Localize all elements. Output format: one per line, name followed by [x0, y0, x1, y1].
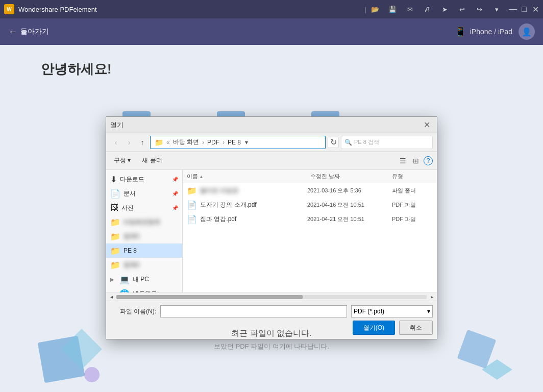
file-date-2: 2021-04-16 오전 10:51: [307, 201, 389, 209]
filename-label: 파일 이름(N):: [110, 307, 156, 316]
dialog-toolbar: 구성 ▾ 새 폴더 ☰ ⊞ ?: [106, 152, 437, 170]
col-name-header[interactable]: 이름 ▲: [187, 173, 310, 180]
file-item-pdf1[interactable]: 📄 도자기 강의 소개.pdf 2021-04-16 오전 10:51 PDF …: [183, 198, 437, 212]
save-icon[interactable]: 💾: [388, 5, 397, 14]
undo-icon[interactable]: ↩: [457, 5, 466, 14]
send-icon[interactable]: ➤: [440, 5, 449, 14]
hscroll-right[interactable]: ▸: [429, 294, 435, 300]
path-item-desktop[interactable]: 바탕 화면: [173, 138, 199, 146]
pin-icon-document: 📌: [172, 191, 178, 197]
sidebar-item-blurred2[interactable]: 📁 항목5: [106, 229, 182, 243]
deco-right: [456, 329, 517, 392]
print-icon[interactable]: 🖨: [423, 5, 432, 14]
sidebar-label-blurred1: 바탕화면항목: [124, 218, 160, 227]
dialog-resize-handle[interactable]: [431, 333, 437, 339]
dropdown-icon[interactable]: ▾: [492, 5, 501, 14]
sidebar-label-blurred2: 항목5: [124, 232, 139, 241]
svg-rect-3: [457, 330, 497, 369]
folder-file-icon: 📁: [187, 186, 197, 195]
dialog-title: 열기: [110, 120, 421, 130]
path-item-pe8[interactable]: PE 8: [228, 139, 241, 146]
window-controls: — □ ✕: [509, 6, 539, 13]
path-folder-icon: 📁: [155, 138, 163, 146]
up-nav-button[interactable]: ↑: [137, 137, 148, 148]
search-box[interactable]: 🔍 PE 8 검색: [341, 136, 433, 149]
filetype-dropdown-icon: ▾: [427, 308, 430, 315]
file-type-3: PDF 파일: [392, 215, 433, 223]
file-name-1: 도자기 강의 소개.pdf: [200, 201, 304, 209]
filetype-select[interactable]: PDF (*.pdf) ▾: [351, 305, 433, 317]
mail-icon[interactable]: ✉: [405, 5, 414, 14]
folder-icon-pe8: 📁: [110, 246, 120, 256]
dialog-titlebar: 열기 ✕: [106, 117, 437, 133]
back-label: 돌아가기: [20, 27, 49, 36]
refresh-button[interactable]: ↻: [328, 137, 339, 148]
dialog-sidebar: ⬇ 다운로드 📌 📄 문서 📌 🖼 사진 📌 📁 바탕화면항목: [106, 170, 183, 292]
sidebar-item-document[interactable]: 📄 문서 📌: [106, 186, 182, 201]
path-item-pdf[interactable]: PDF: [207, 139, 219, 146]
open-button[interactable]: 열기(O): [353, 321, 395, 335]
col-date-label: 수정한 날짜: [310, 173, 340, 180]
sidebar-label-mypc: 내 PC: [133, 275, 149, 284]
sidebar-item-network[interactable]: ▼ 🌐 네트워크: [106, 286, 182, 292]
organize-button[interactable]: 구성 ▾: [110, 155, 134, 167]
topbar: ← 돌아가기 📱 iPhone / iPad 👤: [0, 18, 543, 45]
dialog-body: ⬇ 다운로드 📌 📄 문서 📌 🖼 사진 📌 📁 바탕화면항목: [106, 170, 437, 292]
new-folder-button[interactable]: 새 폴더: [138, 155, 165, 167]
sidebar-item-blurred3[interactable]: 📁 항목6: [106, 258, 182, 272]
device-label: 📱 iPhone / iPad: [455, 26, 512, 37]
hscroll-track[interactable]: [116, 295, 427, 299]
col-date-header[interactable]: 수정한 날짜: [310, 173, 392, 180]
sidebar-item-download[interactable]: ⬇ 다운로드 📌: [106, 172, 182, 186]
expand-icon-network: ▼: [110, 291, 116, 293]
file-date-1: 2021-03-16 오후 5:36: [307, 187, 389, 194]
filetype-label: PDF (*.pdf): [354, 308, 384, 315]
redo-icon[interactable]: ↪: [475, 5, 484, 14]
view-help-button[interactable]: ?: [424, 156, 433, 165]
greeting-text: 안녕하세요!: [0, 45, 543, 78]
back-button[interactable]: ← 돌아가기: [8, 27, 49, 37]
pin-icon-download: 📌: [172, 177, 178, 182]
grid-view-button[interactable]: ⊞: [410, 155, 422, 166]
dialog-filelist: 이름 ▲ 수정한 날짜 유형 📁 블러된 파일명 2021-03-16 오후 5…: [183, 170, 437, 292]
file-item-pdf2[interactable]: 📄 집과 영감.pdf 2021-04-21 오전 10:51 PDF 파일: [183, 212, 437, 226]
document-icon: 📄: [110, 189, 120, 199]
col-name-sort: ▲: [199, 174, 204, 179]
list-view-button[interactable]: ☰: [397, 155, 408, 166]
recent-area: 최근 파일이 없습니다. 보았던 PDF 파일이 여기에 나타납니다.: [214, 328, 329, 351]
path-dropdown-icon[interactable]: ▾: [245, 139, 248, 146]
cancel-button[interactable]: 취소: [399, 321, 433, 335]
sidebar-item-blurred1[interactable]: 📁 바탕화면항목: [106, 215, 182, 229]
open-file-icon[interactable]: 📂: [371, 5, 380, 14]
file-item-folder1[interactable]: 📁 블러된 파일명 2021-03-16 오후 5:36 파일 폴더: [183, 183, 437, 198]
dialog-close-button[interactable]: ✕: [421, 119, 433, 131]
main-content: 안녕하세요! 열기 ✕ ‹ › ↑ 📁 « 바탕 화면 › PDF › PE 8: [0, 45, 543, 392]
user-avatar[interactable]: 👤: [519, 23, 535, 40]
hscroll-thumb[interactable]: [116, 295, 303, 299]
col-type-header[interactable]: 유형: [392, 173, 433, 180]
device-icon: 📱: [455, 26, 466, 37]
minimize-button[interactable]: —: [509, 6, 516, 13]
search-placeholder: PE 8 검색: [354, 138, 379, 146]
file-date-3: 2021-04-21 오전 10:51: [307, 215, 389, 223]
expand-icon-mypc: ▶: [110, 277, 116, 282]
pc-icon: 💻: [119, 275, 130, 284]
sidebar-item-photo[interactable]: 🖼 사진 📌: [106, 201, 182, 215]
close-button[interactable]: ✕: [532, 6, 539, 13]
search-icon: 🔍: [344, 139, 352, 146]
horizontal-scrollbar[interactable]: ◂ ▸: [106, 292, 437, 301]
file-name-2: 집과 영감.pdf: [200, 215, 304, 224]
sidebar-item-pe8[interactable]: 📁 PE 8: [106, 243, 182, 258]
filename-input[interactable]: [160, 305, 347, 317]
back-arrow-icon: ←: [8, 27, 17, 37]
pdf-file-icon-1: 📄: [187, 200, 197, 210]
forward-nav-button[interactable]: ›: [124, 137, 135, 148]
address-path[interactable]: 📁 « 바탕 화면 › PDF › PE 8 ▾: [150, 136, 326, 149]
maximize-button[interactable]: □: [521, 6, 528, 13]
back-nav-button[interactable]: ‹: [110, 137, 121, 148]
hscroll-left[interactable]: ◂: [108, 294, 114, 300]
filelist-header: 이름 ▲ 수정한 날짜 유형: [183, 170, 437, 183]
folder-icon-2: 📁: [110, 232, 120, 241]
path-sep-1: «: [166, 139, 170, 146]
sidebar-item-mypc[interactable]: ▶ 💻 내 PC: [106, 272, 182, 286]
